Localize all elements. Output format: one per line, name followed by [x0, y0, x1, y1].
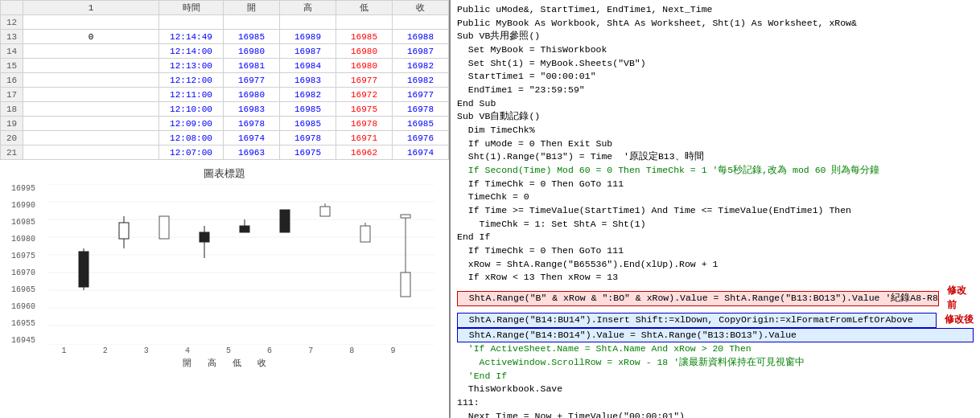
row-num: 12 — [1, 15, 23, 30]
col1 — [23, 102, 159, 117]
col-header-1: 1 — [23, 1, 159, 15]
svg-rect-21 — [280, 210, 290, 232]
col-time: 12:12:00 — [159, 73, 224, 88]
col-close: 16988 — [393, 30, 449, 44]
col1 — [23, 44, 159, 59]
code-line-highlight-blue: ShtA.Range("B14:BO14").Value = ShtA.Rang… — [457, 328, 974, 343]
y-axis-labels: 16995 16990 16985 16980 16975 16970 1696… — [3, 184, 37, 345]
col-time: 12:14:49 — [159, 30, 224, 44]
col-time: 12:11:00 — [159, 88, 224, 102]
label-after: 修改後 — [945, 314, 974, 327]
code-line: TimeChk = 0 — [457, 191, 974, 204]
row-num: 13 — [1, 30, 23, 44]
row-num: 18 — [1, 102, 23, 117]
legend-high: 高 — [208, 357, 216, 369]
code-line: ThisWorkbook.Save — [457, 383, 974, 396]
code-line: If TimeChk = 0 Then GoTo 111 — [457, 178, 974, 191]
col-close: 16987 — [393, 44, 449, 59]
code-line: Sht(1).Range("B13") = Time '原設定B13、時間 — [457, 150, 974, 164]
col-open: 16981 — [224, 59, 280, 73]
col-high: 16982 — [280, 88, 336, 102]
col-low: 16962 — [336, 145, 393, 160]
col-close: 16985 — [393, 117, 449, 131]
code-line: Public uMode&, StartTime1, EndTime1, Nex… — [457, 3, 974, 17]
col-low: 16975 — [336, 102, 393, 117]
left-panel: 1 時間 開 高 低 收 12 13 0 12:14:49 16985 1698… — [0, 0, 451, 418]
code-line-comment: ActiveWindow.ScrollRow = xRow - 18 '讓最新資… — [457, 356, 974, 370]
right-panel: Public uMode&, StartTime1, EndTime1, Nex… — [451, 0, 980, 418]
code-line: TimeChk = 1: Set ShtA = Sht(1) — [457, 218, 974, 232]
svg-rect-11 — [79, 252, 89, 287]
x-axis-labels: 1 2 3 4 5 6 7 8 9 — [3, 346, 446, 355]
svg-rect-27 — [401, 215, 410, 218]
code-line: Next_Time = Now + TimeValue("00:00:01") — [457, 410, 974, 418]
code-container: Public uMode&, StartTime1, EndTime1, Nex… — [457, 3, 974, 418]
col-open: 16983 — [224, 102, 280, 117]
col-open: 16980 — [224, 44, 280, 59]
code-line-highlight-blue: ShtA.Range("B14:BU14").Insert Shift:=xlD… — [457, 313, 937, 328]
svg-rect-17 — [200, 232, 209, 242]
col-header-close: 收 — [393, 1, 449, 15]
col-time: 12:09:00 — [159, 117, 224, 131]
legend-low: 低 — [233, 357, 241, 369]
row-num: 15 — [1, 59, 23, 73]
col-open: 16963 — [224, 145, 280, 160]
spreadsheet-table: 1 時間 開 高 低 收 12 13 0 12:14:49 16985 1698… — [0, 0, 449, 160]
col-high: 16978 — [280, 131, 336, 145]
col-open: 16977 — [224, 73, 280, 88]
col1 — [23, 117, 159, 131]
col1 — [23, 15, 159, 30]
col1 — [23, 88, 159, 102]
col-low: 16980 — [336, 59, 393, 73]
row-num: 16 — [1, 73, 23, 88]
legend-close: 收 — [257, 357, 266, 369]
row-num: 19 — [1, 117, 23, 131]
col-open: 16974 — [224, 131, 280, 145]
col1 — [23, 73, 159, 88]
row-num: 17 — [1, 88, 23, 102]
code-line-highlight-red: ShtA.Range("B" & xRow & ":BO" & xRow).Va… — [457, 291, 939, 306]
code-line: xRow = ShtA.Range("B65536").End(xlUp).Ro… — [457, 258, 974, 272]
row-num: 21 — [1, 145, 23, 160]
svg-rect-23 — [320, 207, 330, 216]
col-low: 16972 — [336, 88, 393, 102]
col1 — [23, 131, 159, 145]
code-line: Set MyBook = ThisWorkbook — [457, 43, 974, 57]
col-high: 16989 — [280, 30, 336, 44]
svg-rect-15 — [159, 216, 169, 239]
code-line: Set Sht(1) = MyBook.Sheets("VB") — [457, 57, 974, 71]
svg-rect-28 — [401, 273, 410, 297]
code-line: StartTime1 = "00:00:01" — [457, 70, 974, 84]
row-num: 14 — [1, 44, 23, 59]
col-close: 16978 — [393, 102, 449, 117]
col-low: 16985 — [336, 30, 393, 44]
col-close: 16976 — [393, 131, 449, 145]
col-close — [393, 15, 449, 30]
label-before: 修改前 — [947, 285, 974, 313]
col1: 0 — [23, 30, 159, 44]
row-num: 20 — [1, 131, 23, 145]
code-line: 111: — [457, 396, 974, 410]
col-time: 12:13:00 — [159, 59, 224, 73]
svg-rect-13 — [119, 223, 129, 239]
col-close: 16982 — [393, 73, 449, 88]
code-line: If TimeChk = 0 Then GoTo 111 — [457, 244, 974, 258]
col-high: 16984 — [280, 59, 336, 73]
col-close: 16982 — [393, 59, 449, 73]
col-time: 12:07:00 — [159, 145, 224, 160]
col-high: 16985 — [280, 102, 336, 117]
col-open: 16978 — [224, 117, 280, 131]
col1 — [23, 145, 159, 160]
row-num-header — [1, 1, 23, 15]
col-high: 16985 — [280, 117, 336, 131]
col-open — [224, 15, 280, 30]
code-line: Sub VB自動記錄() — [457, 110, 974, 124]
col-time: 12:08:00 — [159, 131, 224, 145]
code-line: EndTime1 = "23:59:59" — [457, 84, 974, 97]
col-header-open: 開 — [224, 1, 280, 15]
code-line: Public MyBook As Workbook, ShtA As Works… — [457, 17, 974, 31]
col-header-time: 時間 — [159, 1, 224, 15]
col-open: 16980 — [224, 88, 280, 102]
candlestick-chart — [37, 184, 446, 345]
col-time: 12:14:00 — [159, 44, 224, 59]
